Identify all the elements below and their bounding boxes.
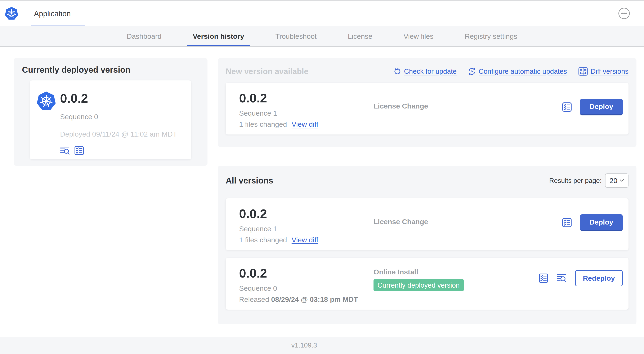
tab-view-files-label: View files	[404, 32, 434, 41]
currently-deployed-title: Currently deployed version	[22, 65, 199, 75]
files-changed-row: 1 files changed View diff	[239, 236, 374, 244]
new-version-heading: New version available	[226, 67, 308, 76]
tab-registry-settings[interactable]: Registry settings	[459, 26, 523, 46]
chevron-down-icon	[620, 179, 624, 182]
current-version-info: 0.0.2 Sequence 0 Deployed 09/11/24 @ 11:…	[60, 92, 177, 159]
preflight-checks-icon	[539, 273, 548, 283]
version-row-source: License Change	[374, 92, 562, 110]
deploy-button[interactable]: Deploy	[580, 99, 623, 115]
new-version-row: 0.0.2 Sequence 1 1 files changed View di…	[226, 83, 628, 135]
configure-automatic-updates-link[interactable]: Configure automatic updates	[468, 68, 567, 75]
version-sequence: Sequence 0	[239, 284, 374, 292]
configure-automatic-updates-label: Configure automatic updates	[478, 68, 567, 75]
files-changed-row: 1 files changed View diff	[239, 120, 374, 128]
tab-license-label: License	[348, 32, 372, 41]
version-number: 0.0.2	[239, 267, 374, 280]
check-for-update-icon	[394, 68, 401, 75]
console-version-label: v1.109.3	[292, 341, 317, 349]
app-tab-label: Application	[34, 10, 71, 18]
new-version-header: New version available Check for update	[226, 66, 628, 77]
currently-deployed-card: Currently deployed version	[14, 58, 208, 166]
check-for-update-label: Check for update	[404, 68, 456, 75]
preflight-checks-button[interactable]	[74, 146, 84, 155]
results-per-page-select[interactable]: 20	[605, 173, 628, 188]
all-versions-list: 0.0.2 Sequence 1 1 files changed View di…	[226, 198, 628, 309]
files-changed-label: 1 files changed	[239, 120, 287, 128]
results-per-page-control: Results per page: 20	[549, 173, 628, 188]
footer: v1.109.3	[0, 337, 644, 354]
tab-version-history[interactable]: Version history	[187, 26, 250, 46]
kubernetes-logo-icon	[4, 7, 18, 21]
version-row-info: 0.0.2 Sequence 0 Released 08/29/24 @ 03:…	[239, 267, 374, 303]
overflow-menu-icon	[618, 7, 630, 20]
configure-automatic-updates-icon	[468, 68, 476, 75]
released-prefix: Released	[239, 295, 271, 303]
version-row-source: Online Install Currently deployed versio…	[374, 267, 539, 291]
tab-dashboard[interactable]: Dashboard	[121, 26, 167, 46]
tab-version-history-label: Version history	[192, 32, 244, 41]
version-row-sequence-0: 0.0.2 Sequence 0 Released 08/29/24 @ 03:…	[226, 258, 628, 309]
tab-dashboard-label: Dashboard	[127, 32, 162, 41]
tab-troubleshoot[interactable]: Troubleshoot	[270, 26, 322, 46]
version-row-source: License Change	[374, 208, 562, 226]
deploy-logs-button[interactable]	[557, 273, 567, 283]
version-source-label: License Change	[374, 102, 562, 110]
new-version-card: New version available Check for update	[218, 58, 636, 147]
current-version-number: 0.0.2	[60, 92, 177, 105]
check-for-update-link[interactable]: Check for update	[394, 68, 456, 75]
tab-application[interactable]: Application	[31, 1, 85, 27]
redeploy-button[interactable]: Redeploy	[575, 270, 623, 286]
tab-troubleshoot-label: Troubleshoot	[275, 32, 316, 41]
version-row-actions: Deploy	[562, 214, 623, 231]
view-diff-link[interactable]: View diff	[292, 236, 318, 244]
results-per-page-value: 20	[610, 177, 618, 185]
deploy-button[interactable]: Deploy	[580, 214, 623, 231]
version-row-actions: Deploy	[562, 99, 623, 115]
all-versions-title: All versions	[226, 176, 273, 185]
version-source-label: License Change	[374, 218, 562, 226]
version-row-info: 0.0.2 Sequence 1 1 files changed View di…	[239, 92, 374, 128]
new-version-actions: Check for update Configure automatic upd…	[394, 67, 628, 76]
version-source-label: Online Install	[374, 268, 539, 276]
preflight-checks-icon	[562, 218, 572, 227]
version-released-date: Released 08/29/24 @ 03:18 pm MDT	[239, 295, 374, 303]
view-diff-link[interactable]: View diff	[292, 120, 318, 128]
diff-versions-link[interactable]: Diff versions	[578, 67, 628, 76]
results-per-page-label: Results per page:	[549, 177, 602, 185]
deploy-logs-icon	[557, 273, 567, 283]
version-number: 0.0.2	[239, 208, 374, 220]
application-page: Application Dashboard Version history Tr…	[0, 0, 644, 354]
all-versions-header: All versions Results per page: 20	[226, 173, 628, 188]
current-version-deployed-date: Deployed 09/11/24 @ 11:02 am MDT	[60, 130, 177, 138]
version-number: 0.0.2	[239, 92, 374, 105]
kubernetes-app-icon	[36, 91, 56, 111]
preflight-checks-button[interactable]	[562, 218, 572, 227]
tab-license[interactable]: License	[342, 26, 378, 46]
overflow-menu-button[interactable]	[618, 7, 630, 20]
deploy-logs-icon	[60, 146, 70, 155]
tab-view-files[interactable]: View files	[398, 26, 440, 46]
diff-versions-label: Diff versions	[590, 68, 628, 75]
deploy-logs-button[interactable]	[60, 146, 70, 155]
all-versions-card: All versions Results per page: 20 0.0.2	[218, 166, 636, 324]
version-row-actions: Redeploy	[539, 270, 623, 286]
preflight-checks-icon	[562, 102, 572, 112]
currently-deployed-badge: Currently deployed version	[374, 279, 464, 291]
version-row-info: 0.0.2 Sequence 1 1 files changed View di…	[239, 208, 374, 244]
version-row-sequence-1: 0.0.2 Sequence 1 1 files changed View di…	[226, 198, 628, 250]
preflight-checks-icon	[74, 146, 84, 155]
top-bar: Application	[0, 0, 644, 26]
version-sequence: Sequence 1	[239, 109, 374, 117]
version-sequence: Sequence 1	[239, 225, 374, 233]
currently-deployed-version-panel: 0.0.2 Sequence 0 Deployed 09/11/24 @ 11:…	[30, 81, 191, 159]
tab-registry-settings-label: Registry settings	[465, 32, 517, 41]
released-date-value: 08/29/24 @ 03:18 pm MDT	[271, 295, 358, 303]
preflight-checks-button[interactable]	[539, 273, 548, 283]
diff-versions-icon	[578, 67, 588, 76]
current-version-actions	[60, 146, 177, 155]
preflight-checks-button[interactable]	[562, 102, 572, 112]
secondary-nav: Dashboard Version history Troubleshoot L…	[0, 26, 644, 47]
current-version-sequence: Sequence 0	[60, 113, 177, 121]
files-changed-label: 1 files changed	[239, 236, 287, 244]
